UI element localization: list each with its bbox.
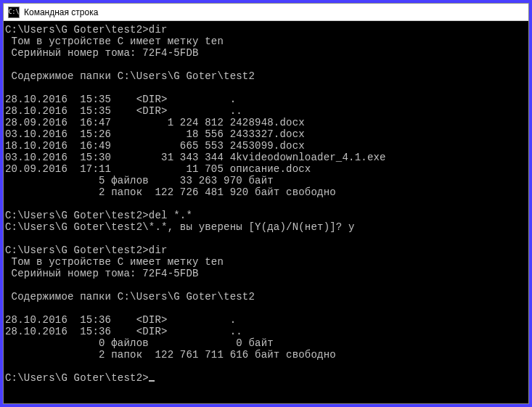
- line: 28.10.2016 15:35 <DIR> .: [5, 94, 236, 105]
- line: C:\Users\G Goter\test2>dir: [5, 24, 168, 36]
- line: Том в устройстве C имеет метку ten: [5, 36, 224, 47]
- line: 0 файлов 0 байт: [5, 337, 274, 349]
- line: 2 папок 122 761 711 616 байт свободно: [5, 349, 336, 361]
- line: Содержимое папки C:\Users\G Goter\test2: [5, 70, 255, 82]
- line: C:\Users\G Goter\test2\*.*, вы уверены […: [5, 221, 355, 233]
- line: 28.10.2016 15:36 <DIR> .: [5, 314, 236, 326]
- line: 28.10.2016 15:35 <DIR> ..: [5, 105, 242, 117]
- line: 28.10.2016 15:36 <DIR> ..: [5, 326, 242, 337]
- line: Серийный номер тома: 72F4-5FDB: [5, 47, 199, 59]
- line: 20.09.2016 17:11 11 705 описание.docx: [5, 163, 311, 175]
- terminal-output[interactable]: C:\Users\G Goter\test2>dir Том в устройс…: [4, 21, 528, 403]
- line: 5 файлов 33 263 970 байт: [5, 175, 274, 186]
- line: C:\Users\G Goter\test2>del *.*: [5, 210, 192, 221]
- line: Серийный номер тома: 72F4-5FDB: [5, 268, 199, 279]
- line: 03.10.2016 15:30 31 343 344 4kvideodownl…: [5, 152, 386, 163]
- window-title: Командная строка: [24, 7, 98, 17]
- cursor: [149, 380, 155, 382]
- line: 28.09.2016 16:47 1 224 812 2428948.docx: [5, 117, 305, 128]
- command-prompt-window: C:\ Командная строка C:\Users\G Goter\te…: [3, 3, 529, 404]
- line: C:\Users\G Goter\test2>dir: [5, 244, 168, 256]
- line: Содержимое папки C:\Users\G Goter\test2: [5, 291, 255, 303]
- line: Том в устройстве C имеет метку ten: [5, 256, 224, 268]
- line: 18.10.2016 16:49 665 553 2453099.docx: [5, 140, 305, 152]
- cmd-icon: C:\: [8, 7, 20, 18]
- titlebar[interactable]: C:\ Командная строка: [4, 4, 528, 21]
- prompt-line: C:\Users\G Goter\test2>: [5, 372, 149, 384]
- line: 2 папок 122 726 481 920 байт свободно: [5, 186, 336, 198]
- line: 03.10.2016 15:26 18 556 2433327.docx: [5, 128, 305, 140]
